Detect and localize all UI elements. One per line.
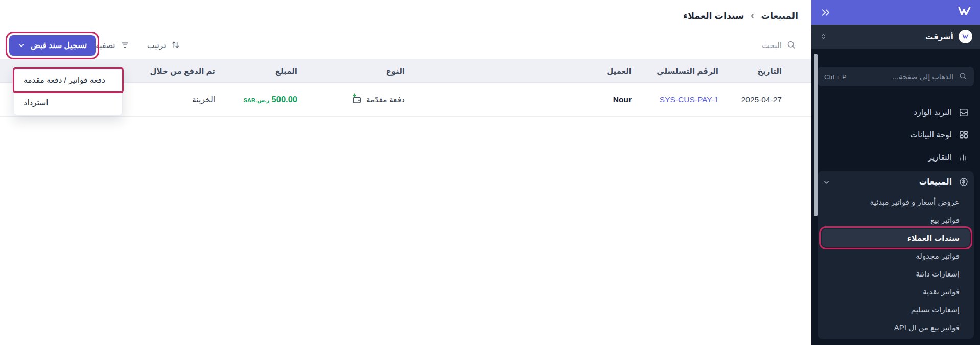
sidebar-subitem-cash-invoices[interactable]: فواتير نقدية: [818, 283, 974, 301]
inbox-icon: [959, 107, 969, 118]
sidebar-brand-bar: [811, 0, 980, 25]
sidebar-subitem-credit-notes[interactable]: إشعارات دائنة: [818, 265, 974, 283]
filter-icon: [120, 40, 130, 52]
chevron-left-icon: [749, 12, 756, 20]
reports-icon: [959, 152, 969, 163]
app-window: المبيعات سندات العملاء البحث ترتيب: [0, 0, 980, 345]
sidebar-item-reports[interactable]: التقارير: [818, 146, 974, 169]
shortcut-hint: Ctrl + P: [824, 73, 847, 81]
column-amount[interactable]: المبلغ: [221, 66, 300, 76]
sales-icon: [959, 177, 969, 187]
goto-page-search[interactable]: الذهاب إلى صفحة... Ctrl + P: [818, 67, 974, 86]
sidebar: أشرقت الذهاب إلى صفحة... Ctrl + P ال: [811, 0, 980, 345]
breadcrumb-parent[interactable]: المبيعات: [761, 11, 798, 21]
org-expander-icon: [819, 32, 828, 41]
sidebar-subitem-quotes[interactable]: عروض أسعار و فواتير مبدئية: [818, 193, 974, 211]
cell-serial-link[interactable]: SYS-CUS-PAY-1: [638, 95, 725, 104]
sidebar-subitem-scheduled-invoices[interactable]: فواتير مجدولة: [818, 247, 974, 265]
sidebar-scrollbar[interactable]: [814, 54, 818, 216]
sidebar-item-inbox[interactable]: البريد الوارد: [818, 101, 974, 124]
dashboard-icon: [959, 130, 969, 140]
column-type[interactable]: النوع: [300, 66, 438, 76]
register-receipt-label: تسجيل سند قبض: [31, 41, 87, 50]
sidebar-collapse-icon[interactable]: [820, 7, 831, 18]
column-serial[interactable]: الرقم التسلسلي: [638, 66, 725, 76]
search-icon: [959, 72, 967, 82]
organization-name: أشرقت: [833, 32, 953, 41]
cell-customer: Nour: [438, 95, 638, 104]
goto-page-placeholder: الذهاب إلى صفحة...: [852, 73, 953, 81]
sidebar-nav: البريد الوارد لوحة البيانات التقارير: [818, 101, 974, 339]
search-icon: [786, 40, 796, 52]
amount-value: 500.00: [272, 95, 297, 104]
sidebar-item-label: البريد الوارد: [914, 108, 952, 117]
receipt-dropdown-menu: دفعة فواتير / دفعة مقدمة استرداد: [14, 67, 123, 116]
sort-icon: [171, 40, 180, 52]
organization-avatar: [959, 30, 972, 43]
organization-switcher[interactable]: أشرقت: [811, 25, 980, 49]
menu-item-refund[interactable]: استرداد: [14, 91, 122, 114]
toolbar: البحث ترتيب تصفية تسجيل سند قبض: [0, 32, 811, 59]
page-title: سندات العملاء: [683, 11, 744, 21]
column-customer[interactable]: العميل: [438, 66, 638, 76]
register-receipt-button[interactable]: تسجيل سند قبض: [9, 35, 96, 56]
sales-section: المبيعات عروض أسعار و فواتير مبدئية فوات…: [818, 171, 974, 339]
sidebar-subitem-delivery-notes[interactable]: إشعارات تسليم: [818, 301, 974, 318]
menu-item-invoice-advance-payment[interactable]: دفعة فواتير / دفعة مقدمة: [14, 69, 122, 91]
wafeq-logo-icon: [958, 6, 971, 19]
page-header: المبيعات سندات العملاء: [0, 0, 811, 32]
sidebar-item-sales[interactable]: المبيعات: [818, 171, 974, 193]
filter-button[interactable]: تصفية: [96, 40, 130, 52]
breadcrumb: المبيعات سندات العملاء: [683, 11, 798, 21]
advance-payment-icon: [351, 93, 362, 106]
sidebar-subitem-customer-receipts[interactable]: سندات العملاء: [822, 229, 970, 247]
sort-label: ترتيب: [147, 41, 166, 50]
amount-currency: ر.س.SAR: [244, 97, 270, 103]
filter-label: تصفية: [96, 41, 115, 50]
cell-date: 2025-04-27: [725, 95, 811, 104]
sort-button[interactable]: ترتيب: [147, 40, 180, 52]
sidebar-subitem-api-invoices[interactable]: فواتير بيع من ال API: [818, 318, 974, 336]
chevron-down-icon: [823, 178, 830, 186]
sidebar-subitem-sales-invoices[interactable]: فواتير بيع: [818, 211, 974, 229]
cell-type: دفعة مقدّمة: [300, 93, 438, 106]
main-content: المبيعات سندات العملاء البحث ترتيب: [0, 0, 811, 345]
sidebar-item-label: المبيعات: [919, 177, 952, 187]
sidebar-item-label: التقارير: [928, 153, 952, 162]
column-date[interactable]: التاريخ: [725, 66, 811, 76]
table-search[interactable]: البحث: [762, 40, 796, 52]
sidebar-body: الذهاب إلى صفحة... Ctrl + P البريد الوار…: [811, 49, 980, 339]
search-label: البحث: [762, 41, 782, 50]
cell-amount: 500.00ر.س.SAR: [221, 95, 300, 104]
sidebar-item-dashboard[interactable]: لوحة البيانات: [818, 124, 974, 146]
cell-type-label: دفعة مقدّمة: [366, 95, 405, 104]
sidebar-item-label: لوحة البيانات: [910, 130, 952, 140]
chevron-down-icon: [18, 42, 25, 49]
